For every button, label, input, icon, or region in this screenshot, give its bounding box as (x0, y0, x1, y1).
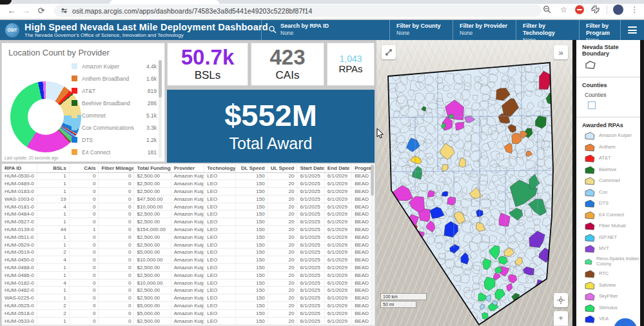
legend-item[interactable]: Amazon Kuiper4.4k (72, 60, 157, 72)
legend-item[interactable]: DTS1.2k (72, 134, 157, 146)
table-cell: Amazon Kuip ... (171, 279, 204, 287)
column-header[interactable]: CAIs (69, 164, 99, 172)
table-cell: 0 (69, 309, 99, 317)
table-cell: BEAD (352, 302, 371, 310)
table-row[interactable]: HUM-0139-04410$154,000.00Amazon Kuip ...… (2, 226, 371, 234)
total-award-value: $552M (224, 100, 317, 130)
table-row[interactable]: WAS-0225-0100$2,500.00Amazon Kuip ...LEO… (2, 294, 371, 302)
legend-swatch (72, 63, 77, 69)
table-cell: 1 (37, 172, 69, 180)
rpa-table-panel: RPA IDBSLsCAIsFiber MileageTotal Funding… (1, 163, 375, 326)
table-cell: Amazon Kuip ... (171, 309, 204, 317)
table-cell: 6/1/2025 (297, 287, 324, 294)
profile-avatar[interactable] (613, 5, 623, 15)
reload-button[interactable]: ⟳ (35, 4, 48, 17)
table-row[interactable]: HUM-0183-0100$2,500.00Amazon Kuip ...LEO… (2, 188, 371, 196)
table-cell: 44 (37, 226, 69, 234)
table-row[interactable]: WAS-1003-01900$47,500.00Amazon Kuip ...L… (2, 195, 371, 203)
table-cell: LEO (204, 218, 236, 226)
map-expand-button[interactable] (382, 45, 396, 59)
column-header[interactable]: UL Speed (268, 164, 297, 172)
legend-item[interactable]: Cox Communications3.3k (72, 121, 157, 134)
table-cell: BEAD (352, 249, 371, 256)
column-header[interactable]: Technology (204, 164, 236, 172)
filter-value: None (460, 30, 507, 36)
nevada-map[interactable]: » + − 100 km 50 mi (376, 40, 572, 326)
header-menu-button[interactable] (620, 20, 644, 40)
forward-button[interactable]: → (19, 4, 32, 17)
rpa-legend-label: DTS (599, 201, 609, 207)
filter-by-program[interactable]: Filter by Program None (579, 20, 620, 40)
column-header[interactable]: RPA ID (2, 164, 37, 172)
table-cell: 150 (236, 241, 268, 249)
column-header[interactable]: DL Speed (236, 164, 268, 172)
legend-item[interactable]: AT&T819 (72, 85, 157, 97)
table-cell: 1 (37, 287, 69, 294)
column-header[interactable]: Total Funding (134, 164, 171, 172)
table-row[interactable]: HUM-0511-0100$2,500.00Amazon Kuip ...LEO… (2, 233, 371, 241)
filter-label: Filter by Program (586, 23, 614, 37)
table-scrollbar[interactable] (371, 165, 374, 325)
column-header[interactable]: Fiber Mileage (99, 164, 134, 172)
table-cell: 150 (236, 309, 268, 317)
rpa-legend-item: RTC (585, 270, 640, 278)
legend-item[interactable]: E4 Connect181 (72, 146, 157, 158)
search-by-rpa-id[interactable]: Search by RPA ID None (261, 20, 389, 40)
table-cell: LEO (204, 294, 236, 302)
legend-item[interactable]: Beehive Broadband286 (72, 97, 157, 109)
table-row[interactable]: HUM-0489-0100$2,500.00Amazon Kuip ...LEO… (2, 180, 371, 188)
table-row[interactable]: HUM-0529-0100$2,500.00Amazon Kuip ...LEO… (2, 241, 371, 249)
table-row[interactable]: HUM-0527-0100$2,500.00Amazon Kuip ...LEO… (2, 218, 371, 226)
column-header[interactable]: BSLs (37, 164, 69, 172)
browser-tab[interactable] (110, 0, 219, 4)
table-cell: LEO (204, 264, 236, 272)
table-row[interactable]: HUM-0450-0400$10,000.00Amazon Kuip ...LE… (2, 256, 371, 264)
table-row[interactable]: HUM-0484-0100$2,500.00Amazon Kuip ...LEO… (2, 210, 371, 218)
table-cell: 6/1/2029 (324, 188, 351, 196)
table-cell: 6/1/2025 (297, 294, 324, 302)
adblock-extension-icon[interactable] (575, 5, 584, 14)
table-cell: 20 (268, 271, 297, 279)
column-header[interactable]: End Date (324, 164, 351, 172)
zoom-icon[interactable] (542, 4, 552, 15)
table-row[interactable]: HUM-0181-0400$10,000.00Amazon Kuip ...LE… (2, 203, 371, 210)
table-row[interactable]: HUM-0482-0100$2,500.00Amazon Kuip ...LEO… (2, 287, 371, 294)
site-settings-icon[interactable] (61, 7, 68, 14)
table-row[interactable]: HUM-0530-0100$2,500.00Amazon Kuip ...LEO… (2, 172, 371, 180)
map-panel-collapse-button[interactable]: » (554, 45, 568, 59)
table-row[interactable]: HUM-0533-0100$2,500.00Amazon Kuip ...LEO… (2, 317, 371, 325)
table-cell: 6/1/2029 (324, 271, 351, 279)
table-row[interactable]: HUM-0518-0200$5,000.00Amazon Kuip ...LEO… (2, 309, 371, 317)
legend-item[interactable]: Anthem Broadband1.6k (72, 72, 157, 85)
legend-scrollbar[interactable] (159, 60, 162, 158)
filter-by-county[interactable]: Filter by County None (389, 20, 453, 40)
table-cell: 0 (69, 271, 99, 279)
table-cell: 20 (268, 256, 297, 264)
filter-label: Filter by Provider (460, 23, 507, 30)
table-cell: 1 (37, 218, 69, 226)
table-row[interactable]: HUM-0182-0400$10,000.00Amazon Kuip ...LE… (2, 279, 371, 287)
rpa-legend-item: DTS (585, 199, 640, 208)
map-locate-button[interactable] (554, 293, 568, 307)
bookmark-star-icon[interactable]: ☆ (558, 4, 569, 15)
back-button[interactable]: ← (5, 4, 18, 17)
filter-by-provider[interactable]: Filter by Provider None (453, 20, 516, 40)
table-row[interactable]: HUM-0519-0200$5,000.00Amazon Kuip ...LEO… (2, 249, 371, 256)
rpa-legend-swatch (585, 177, 595, 185)
table-row[interactable]: HUM-0486-0100$2,500.00Amazon Kuip ...LEO… (2, 271, 371, 279)
provider-donut-chart[interactable] (10, 81, 81, 152)
browser-menu-icon[interactable]: ⋮ (629, 4, 640, 15)
rpa-table[interactable]: RPA IDBSLsCAIsFiber MileageTotal Funding… (2, 164, 371, 325)
legend-item[interactable]: Commnet5.1k (72, 109, 157, 121)
map-legend-sidebar: Nevada State Boundary Counties Counties … (576, 40, 640, 326)
table-row[interactable]: HUM-0488-0100$2,500.00Amazon Kuip ...LEO… (2, 264, 371, 272)
toolbar-divider (607, 5, 607, 14)
filter-by-technology[interactable]: Filter by Technology None (516, 20, 579, 40)
table-row[interactable]: HUM-0525-0200$5,000.00Amazon Kuip ...LEO… (2, 302, 371, 310)
extensions-puzzle-icon[interactable] (590, 4, 601, 15)
column-header[interactable]: Start Date (297, 164, 324, 172)
map-zoom-in-button[interactable]: + (554, 311, 568, 325)
column-header[interactable]: Provider (171, 164, 204, 172)
address-bar[interactable]: osit.maps.arcgis.com/apps/dashboards/745… (54, 5, 542, 17)
column-header[interactable]: Program (352, 164, 371, 172)
